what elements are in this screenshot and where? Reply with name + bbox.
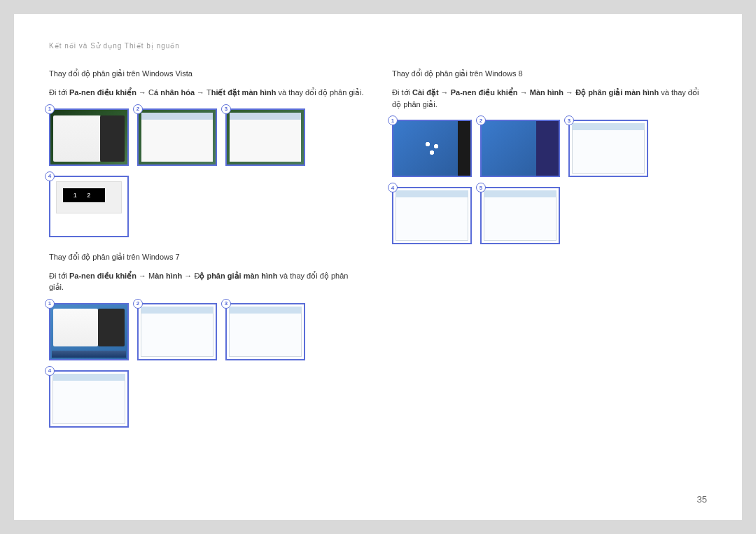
screenshot-thumbnail: [392, 187, 472, 244]
arrow-icon: →: [564, 88, 575, 97]
thumb-item: 3: [225, 108, 305, 166]
page-number: 35: [697, 494, 707, 505]
step-badge: 5: [476, 183, 486, 192]
step-badge: 1: [388, 115, 398, 125]
win7-title: Thay đổi độ phân giải trên Windows 7: [49, 253, 364, 262]
screenshot-thumbnail: [225, 303, 305, 360]
thumb-item: 1: [49, 108, 129, 166]
two-column-layout: Thay đổi độ phân giải trên Windows Vista…: [49, 69, 707, 443]
path-step: Độ phân giải màn hình: [575, 88, 659, 97]
screenshot-thumbnail: [49, 303, 129, 360]
vista-section: Thay đổi độ phân giải trên Windows Vista…: [49, 69, 364, 237]
path-step: Cài đặt: [412, 88, 439, 97]
arrow-icon: →: [136, 272, 148, 280]
thumb-item: 3: [568, 120, 648, 177]
step-badge: 2: [133, 299, 143, 309]
vista-thumb-row-2: 4: [49, 176, 364, 237]
taskbar-decoration: [52, 351, 126, 358]
step-badge: 4: [45, 366, 55, 376]
win8-body: Đi tới Cài đặt → Pa-nen điều khiển → Màn…: [392, 87, 707, 110]
text: Đi tới: [49, 88, 69, 97]
text: Đi tới: [392, 88, 412, 97]
arrow-icon: →: [439, 88, 451, 97]
screenshot-thumbnail: [225, 108, 305, 166]
vista-title: Thay đổi độ phân giải trên Windows Vista: [49, 69, 364, 78]
path-step: Màn hình: [530, 88, 564, 97]
screenshot-thumbnail: [49, 176, 129, 237]
screenshot-thumbnail: [137, 108, 217, 166]
text: → T: [195, 88, 211, 97]
screenshot-thumbnail: [568, 120, 648, 177]
step-badge: 4: [388, 183, 398, 192]
screenshot-thumbnail: [49, 108, 129, 166]
thumb-item: 1: [49, 303, 129, 360]
screenshot-thumbnail: [480, 120, 560, 177]
arrow-icon: →: [136, 88, 148, 97]
win8-title: Thay đổi độ phân giải trên Windows 8: [392, 69, 707, 78]
vista-thumb-row-1: 1 2 3: [49, 108, 364, 166]
text: Đi tới: [49, 272, 69, 280]
screenshot-thumbnail: [137, 303, 217, 360]
thumb-item: 2: [480, 120, 560, 177]
screenshot-thumbnail: [480, 187, 560, 244]
step-badge: 3: [564, 115, 574, 125]
path-step: àn hình: [155, 272, 182, 280]
thumb-item: 2: [137, 303, 217, 360]
arrow-icon: →: [518, 88, 530, 97]
screenshot-thumbnail: [392, 120, 472, 177]
step-badge: 1: [45, 299, 55, 309]
win8-thumb-row-1: 1 2 3: [392, 120, 707, 177]
thumb-item: 1: [392, 120, 472, 177]
text: C: [148, 88, 154, 97]
win7-section: Thay đổi độ phân giải trên Windows 7 Đi …: [49, 253, 364, 428]
left-column: Thay đổi độ phân giải trên Windows Vista…: [49, 69, 364, 443]
path-step: Pa-nen điều khiển: [451, 88, 518, 97]
thumb-item: 5: [480, 187, 560, 244]
win7-body: Đi tới Pa-nen điều khiển → Màn hình → Độ…: [49, 270, 364, 293]
document-page: Kết nối và Sử dụng Thiết bị nguồn Thay đ…: [14, 14, 742, 520]
win7-thumb-row-1: 1 2 3: [49, 303, 364, 360]
thumb-item: 4: [49, 176, 129, 237]
text: M: [148, 272, 155, 280]
path-step: ộ phân giải màn hình: [200, 272, 277, 280]
path-step: Pa-nen điều khiển: [69, 88, 136, 97]
win7-thumb-row-2: 4: [49, 370, 364, 428]
text: → Đ: [182, 272, 200, 280]
step-badge: 3: [221, 104, 231, 114]
win8-thumb-row-2: 4 5: [392, 187, 707, 244]
section-header: Kết nối và Sử dụng Thiết bị nguồn: [49, 42, 707, 50]
vista-body: Đi tới Pa-nen điều khiển → Cá nhân hóa →…: [49, 87, 364, 99]
path-step: hiết đặt màn hình: [211, 88, 276, 97]
thumb-item: 3: [225, 303, 305, 360]
right-column: Thay đổi độ phân giải trên Windows 8 Đi …: [392, 69, 707, 443]
thumb-item: 4: [49, 370, 129, 428]
screenshot-thumbnail: [49, 370, 129, 428]
path-step: Pa-nen điều khiển: [69, 272, 136, 280]
step-badge: 3: [221, 299, 231, 309]
step-badge: 1: [45, 104, 55, 114]
step-badge: 2: [476, 115, 486, 125]
thumb-item: 4: [392, 187, 472, 244]
step-badge: 4: [45, 171, 55, 181]
path-step: á nhân hóa: [154, 88, 195, 97]
step-badge: 2: [133, 104, 143, 114]
thumb-item: 2: [137, 108, 217, 166]
text: và thay đổi độ phân giải.: [276, 88, 364, 97]
win8-section: Thay đổi độ phân giải trên Windows 8 Đi …: [392, 69, 707, 244]
